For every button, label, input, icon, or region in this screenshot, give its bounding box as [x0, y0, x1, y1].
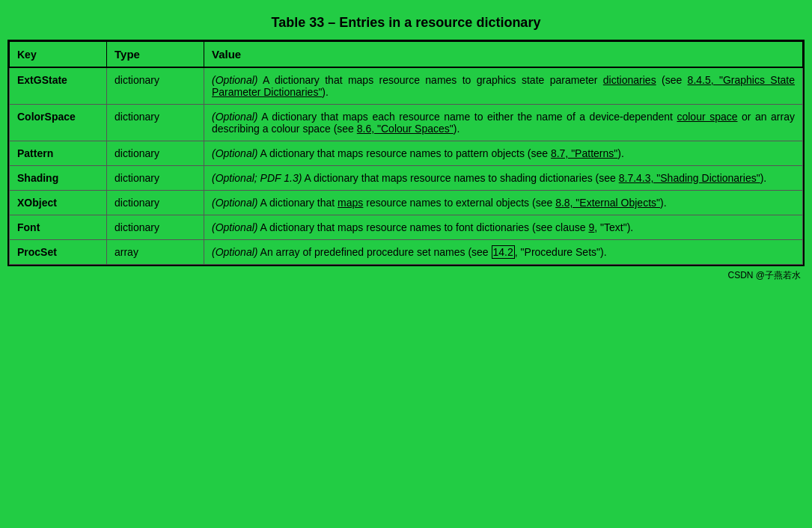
- cell-value: (Optional) A dictionary that maps each r…: [204, 105, 803, 141]
- table-row: XObjectdictionary(Optional) A dictionary…: [10, 191, 803, 215]
- watermark: CSDN @子燕若水: [7, 269, 805, 282]
- cell-key: Font: [10, 215, 107, 240]
- table-row: Fontdictionary(Optional) A dictionary th…: [10, 215, 803, 240]
- cell-key: Shading: [10, 166, 107, 191]
- table-row: ColorSpacedictionary(Optional) A diction…: [10, 105, 803, 141]
- cell-type: dictionary: [107, 105, 204, 141]
- table-header-row: Key Type Value: [10, 42, 803, 68]
- table-row: Patterndictionary(Optional) A dictionary…: [10, 141, 803, 166]
- cell-type: array: [107, 240, 204, 265]
- cell-value: (Optional) An array of predefined proced…: [204, 240, 803, 265]
- cell-value: (Optional) A dictionary that maps resour…: [204, 67, 803, 105]
- cell-type: dictionary: [107, 166, 204, 191]
- table-row: ProcSetarray(Optional) An array of prede…: [10, 240, 803, 265]
- cell-value: (Optional) A dictionary that maps resour…: [204, 191, 803, 215]
- cell-key: ProcSet: [10, 240, 107, 265]
- cell-value: (Optional) A dictionary that maps resour…: [204, 141, 803, 166]
- cell-key: ColorSpace: [10, 105, 107, 141]
- cell-key: Pattern: [10, 141, 107, 166]
- table-row: ExtGStatedictionary(Optional) A dictiona…: [10, 67, 803, 105]
- col-header-key: Key: [10, 42, 107, 68]
- cell-key: XObject: [10, 191, 107, 215]
- cell-type: dictionary: [107, 215, 204, 240]
- table-row: Shadingdictionary(Optional; PDF 1.3) A d…: [10, 166, 803, 191]
- entries-table: Key Type Value ExtGStatedictionary(Optio…: [9, 41, 803, 265]
- cell-key: ExtGState: [10, 67, 107, 105]
- cell-type: dictionary: [107, 67, 204, 105]
- cell-value: (Optional; PDF 1.3) A dictionary that ma…: [204, 166, 803, 191]
- cell-type: dictionary: [107, 191, 204, 215]
- main-table-wrapper: Key Type Value ExtGStatedictionary(Optio…: [7, 40, 805, 266]
- cell-type: dictionary: [107, 141, 204, 166]
- page-title: Table 33 – Entries in a resource diction…: [272, 15, 541, 31]
- cell-value: (Optional) A dictionary that maps resour…: [204, 215, 803, 240]
- col-header-value: Value: [204, 42, 803, 68]
- col-header-type: Type: [107, 42, 204, 68]
